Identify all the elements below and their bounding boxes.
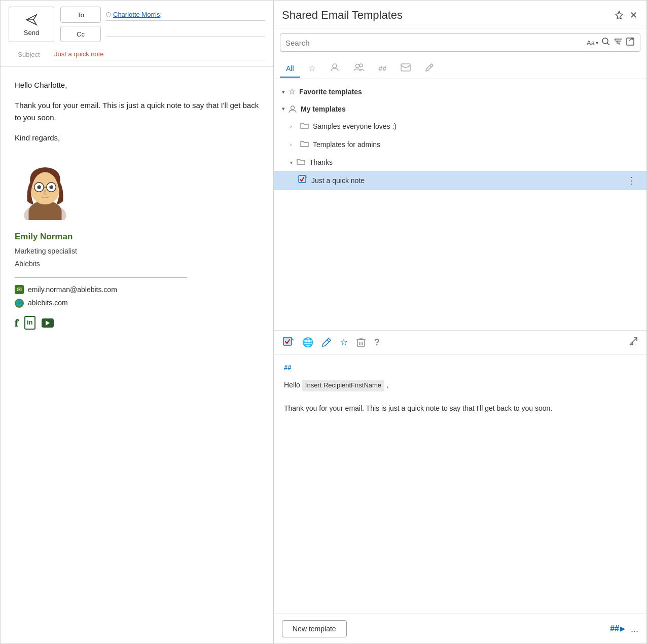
to-value: Charlotte Morris; (106, 9, 265, 21)
new-template-button[interactable]: New template (282, 620, 347, 637)
panel-header-actions: ✕ (614, 9, 638, 22)
my-templates-label: My templates (301, 105, 638, 113)
aa-chevron-icon: ▾ (596, 40, 598, 46)
recipient-name[interactable]: Charlotte Morris; (113, 11, 162, 18)
help-button[interactable]: ? (373, 336, 381, 349)
tab-favorites-icon: ☆ (308, 63, 316, 74)
macro-symbol: ## (284, 363, 636, 373)
action-toolbar: 🌐 ☆ ? (274, 330, 646, 354)
panel-title: Shared Email Templates (282, 9, 403, 22)
my-templates-person-icon (289, 104, 297, 113)
email-compose-panel: Send To Charlotte Morris; Cc Subjec (0, 0, 274, 644)
pin-icon (615, 11, 624, 20)
close-button[interactable]: ✕ (629, 9, 638, 22)
template-more-button[interactable]: ⋮ (625, 175, 638, 186)
template-quick-note[interactable]: Just a quick note ⋮ (274, 171, 646, 190)
cc-row: Cc (60, 26, 265, 42)
tab-favorites[interactable]: ☆ (302, 59, 322, 79)
footer-macro-icon: ## ▶ (610, 624, 625, 633)
search-button[interactable] (601, 37, 610, 48)
svg-point-22 (360, 64, 363, 67)
filter-icon (614, 37, 623, 46)
avatar (15, 154, 76, 220)
tab-all-label: All (286, 64, 294, 73)
preview-body: Thank you for your email. This is just a… (284, 404, 552, 412)
signature-title: Marketing specialist (15, 245, 259, 257)
social-icons: 𝐟 in (15, 315, 259, 331)
panel-footer: New template ## ▶ ... (274, 614, 646, 643)
svg-line-28 (327, 340, 329, 342)
linkedin-icon[interactable]: in (24, 316, 35, 330)
search-bar: Aa ▾ (280, 33, 640, 52)
tab-my-icon (330, 63, 339, 74)
subject-label: Subject (9, 51, 49, 58)
tabs-row: All ☆ ## (274, 57, 646, 79)
email-contact-row: ✉ emily.norman@ablebits.com (15, 284, 259, 295)
search-input[interactable] (285, 39, 583, 47)
tab-all[interactable]: All (280, 60, 300, 78)
open-button[interactable] (626, 37, 635, 48)
send-button[interactable]: Send (9, 7, 54, 42)
svg-point-11 (602, 38, 608, 44)
tab-hash-label: ## (379, 64, 387, 73)
filter-button[interactable] (614, 37, 623, 48)
email-header-row: Send To Charlotte Morris; Cc (9, 7, 265, 42)
folder-samples-arrow-icon: › (290, 124, 296, 129)
preview-text: Hello Insert RecipientFirstName , Thank … (284, 379, 636, 414)
youtube-icon[interactable] (42, 318, 54, 328)
cc-button[interactable]: Cc (60, 26, 101, 42)
recipient-dot (106, 12, 111, 17)
aa-button[interactable]: Aa ▾ (587, 39, 598, 47)
pin-button[interactable] (614, 10, 625, 21)
folder-thanks-label: Thanks (309, 158, 638, 166)
folder-thanks[interactable]: ▾ Thanks (274, 154, 646, 171)
youtube-play-icon (46, 320, 50, 326)
svg-point-21 (355, 64, 359, 68)
edit-button[interactable] (320, 336, 333, 348)
tab-edit[interactable] (419, 59, 440, 79)
close-icon: ✕ (630, 10, 637, 21)
email-header: Send To Charlotte Morris; Cc Subjec (1, 1, 273, 67)
tab-hash[interactable]: ## (373, 60, 393, 78)
template-preview: ## Hello Insert RecipientFirstName , Tha… (274, 354, 646, 614)
globe-icon: 🌐 (15, 299, 24, 308)
translate-button[interactable]: 🌐 (301, 336, 314, 349)
folder-admins[interactable]: › Templates for admins (274, 135, 646, 154)
svg-point-9 (37, 185, 39, 187)
svg-rect-27 (283, 337, 292, 345)
template-quick-note-label: Just a quick note (311, 176, 621, 185)
tree-area[interactable]: ▾ ☆ Favorite templates ▾ My templates › (274, 79, 646, 330)
signature-divider (15, 277, 187, 278)
subject-value[interactable]: Just a quick note (54, 48, 265, 60)
email-address: emily.norman@ablebits.com (28, 284, 117, 295)
insert-button[interactable] (282, 336, 295, 349)
panel-header: Shared Email Templates ✕ (274, 1, 646, 28)
section-my-templates[interactable]: ▾ My templates (274, 100, 646, 117)
favorite-button[interactable]: ☆ (339, 336, 349, 349)
more-options-button[interactable]: ... (631, 624, 638, 634)
svg-point-25 (291, 106, 295, 110)
aa-label: Aa (587, 39, 595, 47)
folder-icon (300, 122, 309, 131)
my-templates-arrow-icon: ▾ (282, 106, 284, 112)
email-body[interactable]: Hello Charlotte, Thank you for your emai… (1, 67, 273, 643)
email-closing: Kind regards, (15, 132, 259, 144)
folder-samples[interactable]: › Samples everyone loves :) (274, 117, 646, 135)
delete-button[interactable] (355, 336, 367, 348)
open-icon (626, 37, 635, 46)
folder-thanks-folder-icon (297, 158, 305, 167)
tab-email[interactable] (394, 59, 417, 78)
section-favorites[interactable]: ▾ ☆ Favorite templates (274, 83, 646, 100)
favorites-label: Favorite templates (299, 88, 638, 96)
signature-name: Emily Norman (15, 230, 259, 243)
merge-tag: Insert RecipientFirstName (302, 380, 384, 391)
facebook-icon[interactable]: 𝐟 (15, 315, 18, 331)
tab-shared[interactable] (347, 59, 371, 79)
cc-value (106, 32, 265, 37)
to-button[interactable]: To (60, 7, 101, 23)
expand-button[interactable] (628, 336, 638, 349)
tab-edit-icon (425, 63, 434, 74)
svg-point-20 (333, 64, 337, 68)
tab-my[interactable] (324, 59, 345, 79)
email-body-para1: Thank you for your email. This is just a… (15, 99, 259, 124)
